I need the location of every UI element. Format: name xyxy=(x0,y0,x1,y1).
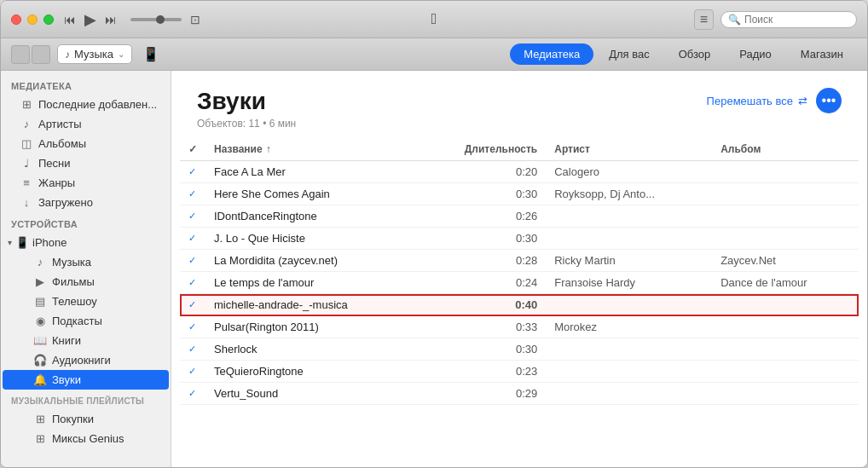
artist-cell: Calogero xyxy=(546,161,712,183)
forward-button[interactable]: ⏭ xyxy=(105,13,117,26)
source-selector[interactable]: ♪ Музыка ⌄ xyxy=(57,44,132,64)
album-cell xyxy=(712,205,859,228)
more-button[interactable]: ••• xyxy=(816,88,842,113)
minimize-button[interactable] xyxy=(27,14,38,25)
table-row[interactable]: ✓TeQuieroRingtone0:23 xyxy=(180,361,859,383)
duration-cell: 0:29 xyxy=(419,383,546,405)
sidebar-item-label: Телешоу xyxy=(52,295,162,308)
name-cell: Sherlock xyxy=(205,338,419,361)
table-row[interactable]: ✓La Mordidita (zaycev.net)0:28Ricky Mart… xyxy=(180,250,859,272)
sidebar-item-movies[interactable]: ▶ Фильмы xyxy=(3,272,169,292)
artist-column-header[interactable]: Артист xyxy=(546,138,712,161)
check-cell[interactable]: ✓ xyxy=(180,272,205,294)
table-row[interactable]: ✓J. Lo - Que Hiciste0:30 xyxy=(180,228,859,250)
sidebar-item-purchases[interactable]: ⊞ Покупки xyxy=(3,409,169,429)
tracks-table: ✓ Название ↑ Длительность Артист Альбом xyxy=(180,138,859,405)
table-header-row: ✓ Название ↑ Длительность Артист Альбом xyxy=(180,138,859,161)
device-icon-button[interactable]: 📱 xyxy=(142,46,159,62)
sidebar-item-music[interactable]: ♪ Музыка xyxy=(3,252,169,272)
sidebar-item-songs[interactable]: ♩ Песни xyxy=(3,153,169,173)
transport-controls: ⏮ ▶ ⏭ xyxy=(64,10,117,29)
sidebar-item-tvshows[interactable]: ▤ Телешоу xyxy=(3,292,169,311)
sidebar-item-books[interactable]: 📖 Книги xyxy=(3,331,169,350)
music-note-icon: ♪ xyxy=(65,49,70,61)
name-column-header[interactable]: Название ↑ xyxy=(205,138,419,161)
tab-store[interactable]: Магазин xyxy=(787,43,857,65)
table-row[interactable]: ✓Sherlock0:30 xyxy=(180,338,859,361)
check-cell[interactable]: ✓ xyxy=(180,316,205,338)
album-cell xyxy=(712,338,859,361)
artist-cell: Royksopp, Dj Anto... xyxy=(546,183,712,205)
table-row[interactable]: ✓IDontDanceRingtone0:26 xyxy=(180,205,859,228)
name-cell: Le temps de l'amour xyxy=(205,272,419,294)
sidebar-item-label: Миксы Genius xyxy=(52,432,162,445)
tab-foryou[interactable]: Для вас xyxy=(595,43,663,65)
list-view-button[interactable]: ≡ xyxy=(694,9,714,30)
play-button[interactable]: ▶ xyxy=(84,10,96,29)
name-cell: La Mordidita (zaycev.net) xyxy=(205,250,419,272)
maximize-button[interactable] xyxy=(43,14,54,25)
sidebar-item-podcasts[interactable]: ◉ Подкасты xyxy=(3,311,169,331)
duration-column-header[interactable]: Длительность xyxy=(419,138,546,161)
check-cell[interactable]: ✓ xyxy=(180,294,205,316)
search-box[interactable]: 🔍 xyxy=(720,11,857,28)
download-icon: ↓ xyxy=(20,196,33,209)
sidebar-item-ringtones[interactable]: 🔔 Звуки xyxy=(3,370,169,390)
airplay-button[interactable]: ⊡ xyxy=(190,13,200,26)
shuffle-button[interactable]: Перемешать все ⇄ xyxy=(707,95,807,107)
sidebar-item-audiobooks[interactable]: 🎧 Аудиокниги xyxy=(3,350,169,370)
rewind-button[interactable]: ⏮ xyxy=(64,13,76,26)
table-row[interactable]: ✓Le temps de l'amour0:24Franзoise HardyD… xyxy=(180,272,859,294)
artist-cell xyxy=(546,361,712,383)
artist-cell xyxy=(546,205,712,228)
volume-slider[interactable] xyxy=(130,18,182,21)
forward-button[interactable]: › xyxy=(32,45,50,64)
check-cell[interactable]: ✓ xyxy=(180,250,205,272)
albums-icon: ◫ xyxy=(20,137,33,150)
devices-section-header: Устройства xyxy=(1,212,171,233)
tab-browse[interactable]: Обзор xyxy=(665,43,725,65)
check-cell[interactable]: ✓ xyxy=(180,205,205,228)
nav-bar: ‹ › ♪ Музыка ⌄ 📱 МедиатекаДля васОбзорРа… xyxy=(1,38,867,71)
artist-cell xyxy=(546,228,712,250)
artist-cell: Ricky Martin xyxy=(546,250,712,272)
sidebar: Медиатека ⊞ Последние добавлен... ♪ Арти… xyxy=(1,71,171,467)
check-cell[interactable]: ✓ xyxy=(180,361,205,383)
sidebar-item-downloaded[interactable]: ↓ Загружено xyxy=(3,193,169,212)
duration-cell: 0:20 xyxy=(419,161,546,183)
audiobooks-icon: 🎧 xyxy=(33,354,47,367)
apple-logo:  xyxy=(431,10,437,28)
tab-radio[interactable]: Радио xyxy=(726,43,785,65)
search-input[interactable] xyxy=(744,14,849,26)
table-row[interactable]: ✓Face A La Mer0:20Calogero xyxy=(180,161,859,183)
album-column-header[interactable]: Альбом xyxy=(712,138,859,161)
back-button[interactable]: ‹ xyxy=(11,45,30,64)
sidebar-item-genres[interactable]: ≡ Жанры xyxy=(3,173,169,193)
check-cell[interactable]: ✓ xyxy=(180,228,205,250)
table-row[interactable]: ✓Pulsar(Rington 2011)0:33Morokez xyxy=(180,316,859,338)
tab-library[interactable]: Медиатека xyxy=(510,43,593,65)
check-cell[interactable]: ✓ xyxy=(180,338,205,361)
duration-cell: 0:28 xyxy=(419,250,546,272)
sidebar-item-label: Песни xyxy=(38,157,162,170)
shuffle-icon: ⇄ xyxy=(798,95,807,107)
check-cell[interactable]: ✓ xyxy=(180,161,205,183)
sidebar-item-genius[interactable]: ⊞ Миксы Genius xyxy=(3,429,169,448)
itunes-window: ⏮ ▶ ⏭ ⊡  ≡ 🔍 ‹ › ♪ Музыка ⌄ 📱 Мед xyxy=(0,0,868,468)
titlebar-right: ≡ 🔍 xyxy=(694,9,857,30)
duration-cell: 0:30 xyxy=(419,338,546,361)
sidebar-item-albums[interactable]: ◫ Альбомы xyxy=(3,134,169,153)
sidebar-item-artists[interactable]: ♪ Артисты xyxy=(3,114,169,134)
duration-cell: 0:30 xyxy=(419,228,546,250)
name-cell: TeQuieroRingtone xyxy=(205,361,419,383)
table-row[interactable]: ✓michelle-andrade-_-musica0:40 xyxy=(180,294,859,316)
table-row[interactable]: ✓Vertu_Sound0:29 xyxy=(180,383,859,405)
iphone-device-header[interactable]: ▾ 📱 iPhone xyxy=(1,233,171,252)
table-row[interactable]: ✓Here She Comes Again0:30Royksopp, Dj An… xyxy=(180,183,859,205)
check-cell[interactable]: ✓ xyxy=(180,183,205,205)
close-button[interactable] xyxy=(11,14,21,25)
sidebar-item-recent[interactable]: ⊞ Последние добавлен... xyxy=(3,95,169,114)
name-cell: J. Lo - Que Hiciste xyxy=(205,228,419,250)
check-cell[interactable]: ✓ xyxy=(180,383,205,405)
content-area: Звуки Объектов: 11 • 6 мин Перемешать вс… xyxy=(171,71,867,467)
